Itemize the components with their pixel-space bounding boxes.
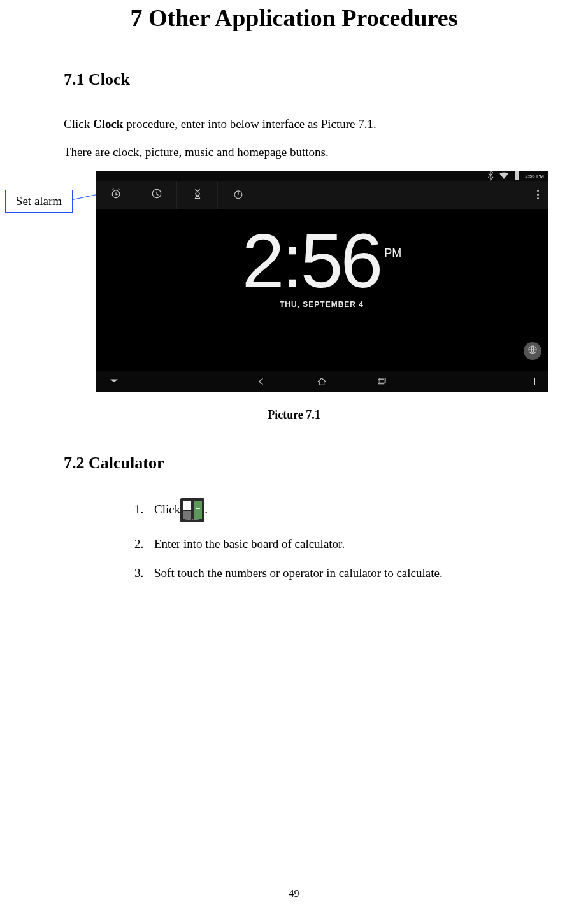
recents-button[interactable] bbox=[376, 376, 387, 387]
tab-stopwatch[interactable] bbox=[218, 181, 259, 209]
text: . bbox=[204, 503, 208, 516]
dot-icon bbox=[537, 194, 539, 196]
stopwatch-icon bbox=[232, 187, 245, 203]
tab-timer[interactable] bbox=[177, 181, 218, 209]
clock-display: 2:56PM THU, SEPTEMBER 4 bbox=[96, 222, 548, 309]
page-title: 7 Other Application Procedures bbox=[64, 4, 524, 32]
time-ampm: PM bbox=[384, 247, 401, 259]
clock-screenshot: 2:56 PM bbox=[96, 171, 548, 392]
hourglass-icon bbox=[191, 187, 204, 203]
time-value: 2:56 bbox=[242, 218, 381, 303]
section-7-1-title: 7.1 Clock bbox=[64, 70, 524, 89]
svg-rect-0 bbox=[515, 171, 519, 180]
callout-label: Set alarm bbox=[16, 194, 62, 208]
tab-alarm[interactable] bbox=[96, 181, 136, 209]
clock-date: THU, SEPTEMBER 4 bbox=[96, 300, 548, 309]
text: Click bbox=[64, 117, 93, 131]
clock-time: 2:56PM bbox=[96, 222, 548, 299]
plus-icon: + bbox=[185, 511, 189, 520]
text: procedure, enter into below interface as… bbox=[123, 117, 376, 131]
clock-icon bbox=[150, 187, 163, 203]
list-item: Enter into the basic board of calculator… bbox=[147, 536, 524, 552]
list-item: Soft touch the numbers or operator in ca… bbox=[147, 566, 524, 582]
dot-icon bbox=[537, 190, 539, 192]
bold-clock: Clock bbox=[93, 117, 124, 131]
section-7-2-title: 7.2 Calculator bbox=[64, 454, 524, 473]
globe-button[interactable] bbox=[524, 342, 541, 360]
icon-label: Calculator bbox=[180, 517, 204, 522]
page-number: 49 bbox=[0, 888, 588, 899]
alarm-icon bbox=[110, 187, 122, 203]
screenshot-button[interactable] bbox=[526, 378, 535, 385]
status-bar: 2:56 PM bbox=[96, 171, 548, 181]
section-7-1-para-2: There are clock, picture, music and home… bbox=[64, 143, 524, 162]
minus-icon: − bbox=[185, 500, 189, 509]
svg-rect-1 bbox=[517, 171, 519, 172]
callout-set-alarm: Set alarm bbox=[5, 190, 73, 213]
dot-icon bbox=[537, 197, 539, 199]
text: Click bbox=[154, 503, 180, 516]
back-button[interactable] bbox=[256, 376, 268, 387]
bluetooth-icon bbox=[485, 171, 496, 183]
system-nav-bar bbox=[96, 371, 548, 392]
figure-caption-7-1: Picture 7.1 bbox=[64, 408, 524, 422]
equals-icon: = bbox=[194, 501, 202, 519]
volume-down-icon[interactable] bbox=[108, 375, 120, 388]
overflow-menu-button[interactable] bbox=[527, 190, 548, 199]
wifi-icon bbox=[498, 171, 510, 183]
globe-icon bbox=[527, 344, 538, 357]
calculator-app-icon: − + = Calculator bbox=[180, 498, 204, 522]
tab-clock[interactable] bbox=[136, 181, 177, 209]
status-time: 2:56 PM bbox=[525, 173, 544, 179]
clock-tab-row bbox=[96, 181, 548, 209]
calculator-steps-list: Click − + = Calculator . Enter into the … bbox=[147, 498, 524, 582]
section-7-1-para-1: Click Clock procedure, enter into below … bbox=[64, 115, 524, 134]
home-button[interactable] bbox=[316, 376, 327, 387]
list-item: Click − + = Calculator . bbox=[147, 498, 524, 522]
battery-icon bbox=[512, 171, 523, 183]
